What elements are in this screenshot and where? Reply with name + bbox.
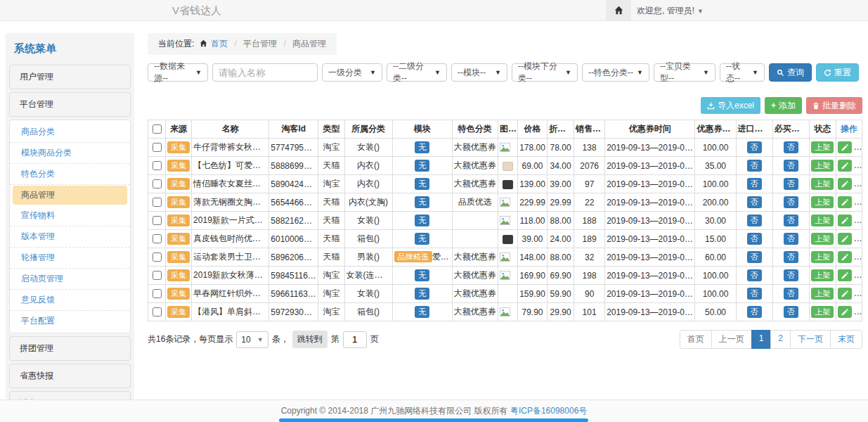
import-excel-button[interactable]: 导入excel [701,97,760,114]
breadcrumb-item[interactable]: 平台管理 [243,39,277,49]
horizontal-scrollbar-thumb[interactable] [279,418,588,422]
row-checkbox[interactable] [153,271,162,280]
sidebar-subitem[interactable]: 商品分类 [10,122,130,143]
sidebar-subitem[interactable]: 模块商品分类 [10,143,130,164]
row-checkbox[interactable] [153,179,162,188]
reset-button[interactable]: 重置 [816,63,859,82]
must-buy-toggle[interactable]: 否 [784,178,798,189]
status-badge[interactable]: 上架 [811,215,834,226]
module-none-badge[interactable]: 无 [415,196,429,207]
status-badge[interactable]: 上架 [811,233,834,244]
status-badge[interactable]: 上架 [811,160,834,171]
must-buy-toggle[interactable]: 否 [784,251,798,262]
page-button-首页[interactable]: 首页 [680,330,712,349]
select-all-checkbox[interactable] [153,124,162,134]
must-buy-toggle[interactable]: 否 [784,141,798,153]
page-button-末页[interactable]: 末页 [830,330,862,349]
query-button[interactable]: 查询 [769,63,812,82]
filter-select[interactable]: --状态--▼ [720,63,765,82]
must-buy-toggle[interactable]: 否 [784,269,798,281]
sidebar-subitem[interactable]: 宣传物料 [10,205,130,226]
user-menu[interactable]: 欢迎您, 管理员!▼ [637,0,704,22]
import-toggle[interactable]: 否 [747,251,762,262]
data-source-select[interactable]: --数据来源--▼ [148,63,208,82]
must-buy-toggle[interactable]: 否 [784,233,798,244]
edit-button[interactable] [838,215,852,226]
sidebar-subitem[interactable]: 启动页管理 [10,269,130,290]
row-checkbox[interactable] [153,252,162,262]
edit-button[interactable] [838,233,852,245]
must-buy-toggle[interactable]: 否 [784,288,798,299]
row-checkbox[interactable] [153,234,162,243]
sidebar-subitem[interactable]: 轮播管理 [10,248,130,269]
sidebar-item[interactable]: 拼团管理 [9,336,131,361]
edit-button[interactable] [838,160,852,172]
sidebar-item[interactable]: 消息管理 [9,391,131,399]
name-search-input[interactable] [212,63,318,82]
edit-button[interactable] [838,306,852,318]
page-button-上一页[interactable]: 上一页 [711,330,752,349]
page-button-2[interactable]: 2 [770,330,791,349]
status-badge[interactable]: 上架 [811,269,834,281]
import-toggle[interactable]: 否 [747,178,762,189]
must-buy-toggle[interactable]: 否 [784,160,798,171]
sidebar-item[interactable]: 省惠快报 [9,364,131,388]
page-button-1[interactable]: 1 [751,330,772,349]
import-toggle[interactable]: 否 [747,215,762,226]
sidebar-subitem[interactable]: 意见反馈 [10,290,130,311]
sidebar-subitem[interactable]: 特色分类 [10,164,130,185]
sidebar-item-1[interactable]: 平台管理 [9,92,131,117]
module-none-badge[interactable]: 无 [415,306,429,317]
status-badge[interactable]: 上架 [811,251,834,262]
import-toggle[interactable]: 否 [747,269,762,281]
row-checkbox[interactable] [153,289,162,298]
import-toggle[interactable]: 否 [747,141,762,153]
module-none-badge[interactable]: 无 [415,141,429,153]
import-toggle[interactable]: 否 [747,160,762,171]
sidebar-item-0[interactable]: 用户管理 [9,65,131,89]
page-button-下一页[interactable]: 下一页 [790,330,831,349]
module-none-badge[interactable]: 无 [415,215,429,226]
edit-button[interactable] [838,196,852,208]
per-page-select[interactable]: 10▼ [236,331,268,348]
status-badge[interactable]: 上架 [811,306,834,317]
import-toggle[interactable]: 否 [747,196,762,207]
home-button[interactable] [606,0,631,20]
module-none-badge[interactable]: 无 [415,178,429,189]
edit-button[interactable] [838,288,852,300]
must-buy-toggle[interactable]: 否 [784,215,798,226]
module-none-badge[interactable]: 无 [415,160,429,171]
edit-button[interactable] [838,269,852,281]
row-checkbox[interactable] [153,161,162,170]
sidebar-subitem[interactable]: 商品管理 [13,186,127,205]
import-toggle[interactable]: 否 [747,306,762,317]
module-none-badge[interactable]: 无 [415,269,429,281]
row-checkbox[interactable] [153,216,162,225]
add-button[interactable]: + 添加 [765,97,802,114]
edit-button[interactable] [838,141,852,153]
module-none-badge[interactable]: 无 [415,288,429,299]
edit-button[interactable] [838,251,852,263]
icp-link[interactable]: 粤ICP备16098006号 [510,406,587,416]
must-buy-toggle[interactable]: 否 [784,306,798,317]
jump-button[interactable]: 跳转到 [292,331,328,348]
status-badge[interactable]: 上架 [811,178,834,189]
row-checkbox[interactable] [153,198,162,207]
import-toggle[interactable]: 否 [747,288,762,299]
filter-select[interactable]: --模块下分类--▼ [512,63,578,82]
filter-select[interactable]: --特色分类--▼ [582,63,649,82]
module-none-badge[interactable]: 无 [415,233,429,244]
edit-button[interactable] [838,178,852,190]
must-buy-toggle[interactable]: 否 [784,196,798,207]
filter-select[interactable]: --二级分类--▼ [387,63,447,82]
row-checkbox[interactable] [153,143,162,152]
batch-delete-button[interactable]: 批量删除 [806,97,862,114]
status-badge[interactable]: 上架 [811,141,834,153]
filter-select[interactable]: --模块--▼ [451,63,507,82]
import-toggle[interactable]: 否 [747,233,762,244]
status-badge[interactable]: 上架 [811,288,834,299]
sidebar-subitem[interactable]: 平台配置 [10,311,130,331]
filter-select[interactable]: --宝贝类型--▼ [654,63,715,82]
sidebar-subitem[interactable]: 版本管理 [10,226,130,248]
page-number-input[interactable] [343,331,367,348]
